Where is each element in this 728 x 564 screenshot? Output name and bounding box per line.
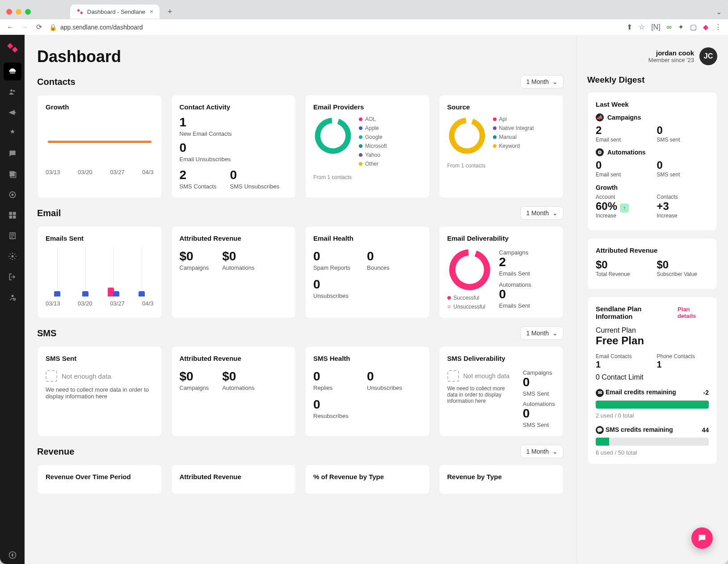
window-zoom[interactable]	[25, 9, 31, 15]
card-revenue-over-time: Revenue Over Time Period	[37, 464, 162, 494]
range-selector-sms[interactable]: 1 Month⌄	[520, 326, 564, 340]
sidebar-item-dashboard[interactable]	[4, 63, 21, 80]
growth-line	[48, 141, 151, 143]
sidebar-item-account[interactable]	[4, 288, 21, 306]
svg-point-12	[447, 247, 492, 292]
window-close[interactable]	[6, 9, 12, 15]
card-sms-deliverability: SMS Deliverability Not enough data We ne…	[439, 346, 564, 437]
browser-tab[interactable]: Dashboard - Sendlane ×	[70, 4, 160, 19]
sms-icon: 💬	[596, 426, 604, 434]
card-sms-sent: SMS Sent Not enough data We need to coll…	[37, 346, 162, 437]
extensions-puzzle-icon[interactable]: ✦	[678, 23, 684, 31]
range-selector-revenue[interactable]: 1 Month⌄	[520, 445, 564, 458]
not-enough-data-icon	[46, 370, 57, 382]
sidebar-item-reports[interactable]	[4, 227, 21, 245]
range-selector-email[interactable]: 1 Month⌄	[520, 206, 564, 220]
rail-card-attributed-revenue: Attributed Revenue $0Total Revenue $0Sub…	[587, 238, 717, 289]
sidebar-item-settings[interactable]	[4, 247, 21, 265]
lock-icon: 🔒	[49, 24, 57, 31]
back-button[interactable]: ←	[6, 23, 14, 31]
card-email-health: Email Health 0Spam Reports 0Bounces 0Uns…	[305, 226, 430, 318]
donut-source	[447, 116, 487, 155]
megaphone-icon: 📣	[596, 113, 604, 121]
trend-up-icon: ↑	[620, 204, 629, 213]
svg-point-11	[447, 116, 487, 155]
section-sms-title: SMS	[37, 328, 56, 338]
sidebar-item-audience[interactable]	[4, 83, 21, 101]
card-emails-sent: Emails Sent 03/13 03/20 03/27 04/3	[37, 226, 162, 318]
svg-point-0	[10, 89, 13, 92]
sidebar-item-logout[interactable]	[4, 268, 21, 286]
sidebar-item-content[interactable]	[4, 165, 21, 183]
svg-point-5	[11, 194, 13, 196]
section-contacts-title: Contacts	[37, 77, 76, 87]
card-revenue-by-type: Revenue by Type	[439, 464, 564, 494]
kebab-menu-icon[interactable]: ⋮	[715, 23, 722, 31]
sidebar-item-campaigns[interactable]	[4, 104, 21, 121]
address-bar[interactable]: app.sendlane.com/dashboard	[60, 24, 143, 31]
card-sms-health: SMS Health 0Replies 0Unsubscribes 0Resub…	[305, 346, 430, 437]
card-source: Source Api Native Integrat Manual Keywor…	[439, 95, 564, 198]
chevron-down-icon: ⌄	[552, 78, 558, 85]
sidebar-item-conversations[interactable]	[4, 145, 21, 163]
range-selector-contacts[interactable]: 1 Month⌄	[520, 75, 564, 88]
card-sms-attributed-revenue: Attributed Revenue $0Campaigns $0Automat…	[171, 346, 296, 437]
panel-icon[interactable]: ▢	[690, 23, 697, 31]
sidebar-item-help[interactable]	[4, 546, 21, 564]
new-tab-button[interactable]: +	[168, 7, 173, 17]
plan-details-link[interactable]: Plan details	[678, 306, 709, 319]
sms-credits-progress	[596, 438, 709, 446]
favicon-icon	[76, 8, 84, 15]
chevron-down-icon: ⌄	[552, 330, 558, 337]
share-icon[interactable]: ⬆	[627, 23, 632, 31]
sidebar-item-automations[interactable]	[4, 124, 21, 142]
page-title: Dashboard	[37, 47, 564, 66]
extension-icon[interactable]: [N]	[651, 23, 660, 31]
svg-point-6	[11, 255, 13, 258]
not-enough-data-icon	[447, 370, 459, 382]
card-growth: Growth 03/13 03/20 03/27 04/3	[37, 95, 162, 198]
tabs-chevron-icon[interactable]: ⌄	[716, 8, 722, 16]
section-revenue-title: Revenue	[37, 447, 74, 457]
card-email-providers: Email Providers AOL Apple Google Microso…	[305, 95, 430, 198]
extension-icon-2[interactable]: ∞	[667, 23, 672, 31]
star-icon[interactable]: ☆	[639, 23, 645, 31]
email-icon: ✉	[596, 389, 604, 397]
user-name: jordan cook	[656, 49, 694, 57]
rail-card-last-week: Last Week 📣Campaigns 2Email sent 0SMS se…	[587, 92, 717, 231]
donut-deliverability	[447, 247, 492, 292]
sidebar-item-forms[interactable]	[4, 186, 21, 204]
forward-button[interactable]: →	[21, 23, 29, 31]
help-fab[interactable]	[691, 527, 713, 549]
svg-point-10	[313, 116, 353, 155]
email-credits-progress	[596, 401, 709, 409]
card-contact-activity: Contact Activity 1 New Email Contacts 0 …	[171, 95, 296, 198]
card-revenue-percent-type: % of Revenue by Type	[305, 464, 430, 494]
card-email-deliverability: Email Deliverability Successful Unsucces…	[439, 226, 564, 318]
section-email-title: Email	[37, 208, 61, 218]
rail-card-plan-info: Sendlane Plan Information Plan details C…	[587, 297, 717, 464]
svg-point-1	[13, 90, 15, 92]
chevron-down-icon: ⌄	[552, 448, 558, 455]
window-minimize[interactable]	[16, 9, 21, 15]
card-email-attributed-revenue: Attributed Revenue $0Campaigns $0Automat…	[171, 226, 296, 318]
avatar[interactable]: JC	[699, 47, 717, 65]
svg-point-7	[11, 295, 13, 297]
app-logo[interactable]	[7, 42, 18, 54]
chevron-down-icon: ⌄	[552, 209, 558, 217]
automation-icon: ⚙	[596, 148, 604, 156]
donut-providers	[313, 116, 353, 155]
card-revenue-attributed: Attributed Revenue	[171, 464, 296, 494]
reload-button[interactable]: ⟳	[35, 23, 43, 31]
close-tab-icon[interactable]: ×	[150, 8, 153, 15]
weekly-digest-title: Weekly Digest	[587, 75, 717, 85]
profile-icon[interactable]: ◆	[703, 23, 708, 31]
tab-title: Dashboard - Sendlane	[87, 8, 145, 15]
sidebar-item-integrations[interactable]	[4, 206, 21, 224]
member-since: Member since '23	[648, 57, 694, 63]
